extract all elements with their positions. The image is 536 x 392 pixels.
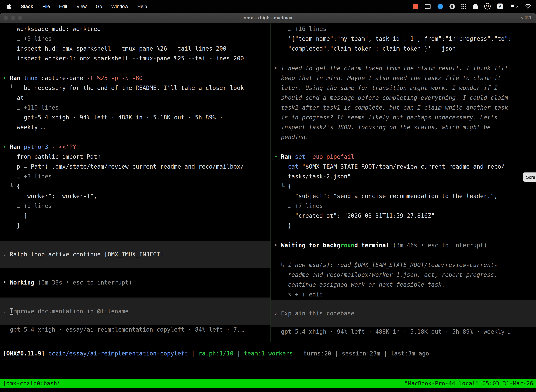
left-terminal-pane[interactable]: workspace_mode: worktree … +9 lines insp…	[0, 23, 270, 342]
input-source-icon[interactable]: A	[497, 4, 503, 9]
text-segment: tasks/task-2.json"	[274, 173, 351, 180]
percent-circle-value: 61	[486, 5, 489, 8]
text-segment: I need to get the claim token from the c…	[281, 65, 508, 72]
terminal-line: … +9 lines	[0, 34, 270, 44]
text-segment: python3	[24, 144, 52, 150]
text-segment: ›	[3, 251, 10, 258]
title-bar[interactable]: omx --xhigh --madmax ⌥⌘1	[0, 13, 536, 23]
text-segment: later. Using the same for transition mig…	[274, 85, 498, 91]
menu-file[interactable]: File	[42, 4, 50, 9]
input-box[interactable]: › Improve documentation in @filename	[0, 298, 270, 325]
text-segment: •	[3, 144, 10, 150]
menu-view[interactable]: View	[77, 4, 87, 9]
tmux-host-clock-label: "MacBook-Pro-44.local" 05:03 31-Mar-26	[404, 380, 533, 387]
terminal-line: ]	[0, 211, 270, 221]
close-button[interactable]	[4, 16, 8, 20]
menu-edit[interactable]: Edit	[59, 4, 67, 9]
blank-line	[0, 231, 270, 241]
text-segment: Ran	[281, 154, 295, 160]
text-segment: gpt-5.4 xhigh · 94% left · 488K in · 5.1…	[274, 328, 512, 335]
screen-recording-indicator-icon[interactable]	[413, 4, 418, 9]
omx-status-hud-pane: [OMX#0.11.9] cczip/essay/ai-reimplementa…	[0, 342, 536, 379]
text-segment: team:1 workers	[244, 350, 293, 357]
window-shortcut-hint: ⌥⌘1	[519, 15, 536, 20]
terminal-line: continue assigned work or next feasible …	[271, 280, 536, 290]
terminal-line: … +16 lines	[271, 24, 536, 34]
input-box[interactable]: › Ralph loop active continue [OMX_TMUX_I…	[0, 241, 270, 268]
text-segment: inspect task2's JSON, focusing on the st…	[274, 124, 491, 131]
zoom-button[interactable]	[18, 16, 22, 20]
text-segment	[274, 163, 288, 170]
wifi-icon[interactable]	[525, 4, 531, 9]
text-segment: •	[274, 242, 281, 249]
menu-go[interactable]: Go	[96, 4, 102, 9]
terminal-line: later. Using the same for transition mig…	[271, 83, 536, 93]
text-segment: •	[274, 65, 281, 72]
text-segment: |	[293, 350, 303, 357]
terminal-line: … +110 lines	[0, 103, 270, 113]
text-segment: └	[3, 183, 17, 190]
text-segment: … +110 lines	[3, 104, 59, 111]
menu-help[interactable]: Help	[137, 4, 147, 9]
percent-circle-icon[interactable]: 61	[484, 3, 491, 9]
text-segment: 1 new msg(s): read $OMX_TEAM_STATE_ROOT/…	[288, 262, 498, 268]
terminal-line: '{"team_name":"my-team","task_id":"1","f…	[271, 34, 536, 44]
terminal-line: gpt-5.4 xhigh · 94% left · 488K in · 5.1…	[0, 113, 270, 123]
text-segment: at	[3, 94, 24, 101]
text-segment: •	[3, 75, 10, 81]
text-segment: [OMX#0.11.9]	[3, 350, 48, 357]
terminal-line: • Ran tmux capture-pane -t %25 -p -S -80	[0, 73, 270, 83]
terminal-line: from pathlib import Path	[0, 152, 270, 162]
text-segment: Working	[10, 279, 38, 286]
window-tiling-icon[interactable]	[425, 4, 431, 9]
terminal-line: gpt-5.4 xhigh · 94% left · 488K in · 5.1…	[271, 327, 536, 337]
terminal-line: "created_at": "2026-03-31T11:59:27.816Z"	[271, 211, 536, 221]
input-box[interactable]: › Explain this codebase	[271, 300, 536, 327]
terminal-line: "completed","claim_token":"claim-token"}…	[271, 44, 536, 54]
terminal-line: • I need to get the claim token from the…	[271, 64, 536, 73]
terminal-line: is in progress? It seems likely but perh…	[271, 113, 536, 123]
blank-line	[271, 142, 536, 152]
text-segment: from pathlib import Path	[3, 154, 100, 160]
battery-icon[interactable]	[510, 5, 518, 8]
blank-line	[0, 132, 270, 142]
text-segment: … +16 lines	[274, 26, 326, 32]
text-segment: … +7 lines	[274, 203, 323, 209]
text-segment: }	[3, 222, 20, 229]
round-app-icon[interactable]	[450, 4, 455, 9]
text-segment: inspect_hud: omx sparkshell --tmux-pane …	[3, 45, 226, 52]
terminal-line: ⌥ + ↑ edit	[271, 290, 536, 300]
text-segment: - <<'PY'	[52, 144, 80, 150]
tmux-session-window-label[interactable]: [omx-cczip0:bash*	[3, 380, 61, 387]
text-segment: "completed","claim_token":"claim-token"}…	[274, 45, 456, 52]
text-segment: weekly …	[3, 124, 45, 131]
text-segment: readme-and-reco/mailbox/worker-1.json, a…	[274, 271, 498, 278]
text-segment: turns:20	[303, 350, 331, 357]
window-title: omx --xhigh --madmax	[0, 15, 536, 20]
menu-window[interactable]: Window	[111, 4, 128, 9]
text-segment: Waiting for backg	[281, 242, 340, 249]
text-segment: gpt-5.4 xhigh · essay/ai-reimplementatio…	[3, 326, 244, 333]
ghostty-icon[interactable]	[473, 4, 478, 9]
terminal-line: task2 after task1 is complete, but can I…	[271, 103, 536, 113]
input-source-letter: A	[499, 4, 502, 9]
text-segment: "created_at": "2026-03-31T11:59:27.816Z"	[274, 213, 435, 219]
text-segment: ›	[3, 308, 10, 315]
minimize-button[interactable]	[11, 16, 15, 20]
apple-menu-icon[interactable]	[6, 4, 12, 9]
text-segment: |	[233, 350, 244, 357]
text-segment: … +9 lines	[3, 36, 52, 42]
text-segment: (3m 46s • esc to interrupt)	[393, 242, 487, 249]
dots-grid-icon[interactable]	[461, 4, 466, 9]
terminal-line: • Waiting for background terminal (3m 46…	[271, 241, 536, 250]
text-segment: •	[3, 279, 10, 286]
text-segment: '{"team_name":"my-team","task_id":"1","f…	[274, 36, 512, 42]
blue-app-icon[interactable]	[438, 4, 443, 9]
screen-overlay-badge[interactable]: Scre	[523, 173, 536, 182]
right-terminal-pane[interactable]: … +16 lines '{"team_name":"my-team","tas…	[271, 23, 536, 342]
menu-app-name[interactable]: Slack	[21, 4, 33, 9]
text-segment: p = Path('.omx/state/team/review-current…	[3, 163, 244, 170]
text-segment: Ralph loop active continue [OMX_TMUX_INJ…	[10, 251, 163, 258]
text-segment: ]	[3, 213, 27, 219]
text-segment: tmux	[24, 75, 41, 81]
